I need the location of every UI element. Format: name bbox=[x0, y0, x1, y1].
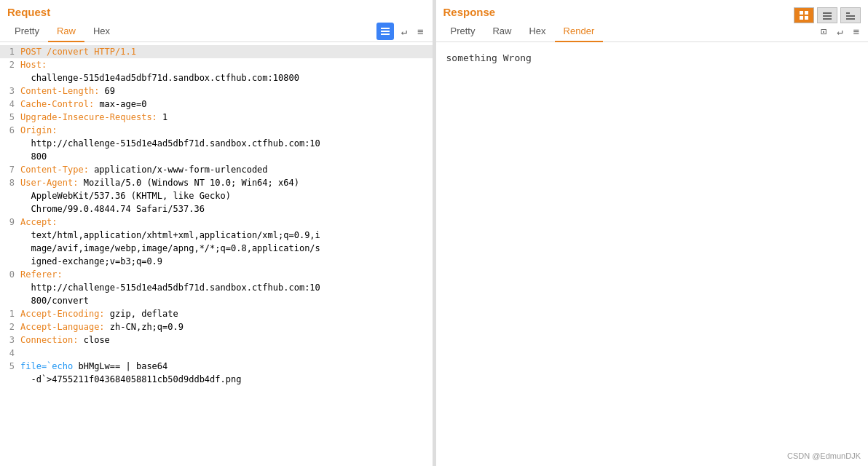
request-line-11: 1 Accept-Encoding: gzip, deflate bbox=[0, 307, 433, 320]
request-line-6: 6 Origin: http://challenge-515d1e4ad5dbf… bbox=[0, 124, 433, 163]
request-line-12: 2 Accept-Language: zh-CN,zh;q=0.9 bbox=[0, 320, 433, 333]
tab-pretty-request[interactable]: Pretty bbox=[6, 21, 48, 42]
panels: Request Pretty Raw Hex ↵ ≡ 1 bbox=[0, 0, 868, 466]
tab-raw-response[interactable]: Raw bbox=[484, 21, 520, 42]
request-line-13: 3 Connection: close bbox=[0, 333, 433, 347]
request-line-7: 7 Content-Type: application/x-www-form-u… bbox=[0, 163, 433, 176]
tab-pretty-response[interactable]: Pretty bbox=[442, 21, 484, 42]
response-newline-icon[interactable]: ↵ bbox=[834, 24, 845, 39]
svg-rect-7 bbox=[846, 12, 850, 14]
request-line-2: 2 Host: challenge-515d1e4ad5dbf71d.sandb… bbox=[0, 58, 433, 84]
response-text: something Wrong bbox=[446, 52, 532, 63]
svg-rect-4 bbox=[823, 12, 832, 14]
request-line-5: 5 Upgrade-Insecure-Requests: 1 bbox=[0, 111, 433, 124]
tab-hex-response[interactable]: Hex bbox=[520, 21, 554, 42]
request-content: 1 POST /convert HTTP/1.1 2 Host: challen… bbox=[0, 42, 433, 466]
request-line-8: 8 User-Agent: Mozilla/5.0 (Windows NT 10… bbox=[0, 176, 433, 216]
request-panel: Request Pretty Raw Hex ↵ ≡ 1 bbox=[0, 0, 433, 466]
watermark: CSDN @EdmunDJK bbox=[787, 451, 861, 460]
tab-hex-request[interactable]: Hex bbox=[84, 21, 119, 42]
svg-rect-1 bbox=[805, 11, 808, 15]
svg-rect-12 bbox=[381, 33, 390, 35]
svg-rect-9 bbox=[846, 18, 855, 20]
response-panel: Response Pretty Raw Hex Render ⊡ ↵ ≡ som… bbox=[436, 0, 869, 466]
svg-rect-6 bbox=[823, 18, 832, 20]
svg-rect-11 bbox=[381, 31, 390, 32]
request-menu-icon[interactable]: ≡ bbox=[414, 24, 426, 39]
request-line-9: 9 Accept: text/html,application/xhtml+xm… bbox=[0, 216, 433, 268]
request-title: Request bbox=[0, 0, 433, 21]
svg-rect-10 bbox=[381, 28, 390, 29]
response-body: something Wrong bbox=[436, 45, 869, 71]
request-line-4: 4 Cache-Control: max-age=0 bbox=[0, 98, 433, 111]
request-line-14: 4 bbox=[0, 347, 433, 360]
response-menu-icon[interactable]: ≡ bbox=[851, 24, 862, 39]
tab-render-response[interactable]: Render bbox=[555, 21, 604, 42]
request-send-button[interactable] bbox=[376, 23, 394, 40]
svg-rect-3 bbox=[805, 16, 808, 20]
request-line-1: 1 POST /convert HTTP/1.1 bbox=[0, 45, 433, 58]
request-tab-actions: ↵ ≡ bbox=[376, 23, 427, 40]
response-tab-actions: ⊡ ↵ ≡ bbox=[818, 24, 862, 39]
svg-rect-5 bbox=[823, 15, 832, 17]
request-newline-icon[interactable]: ↵ bbox=[398, 24, 410, 39]
svg-rect-8 bbox=[846, 15, 855, 17]
request-line-15: 5 file=`echo bHMgLw== | base64 -d`>47552… bbox=[0, 360, 433, 386]
response-content: something Wrong bbox=[436, 42, 869, 466]
request-tab-bar: Pretty Raw Hex ↵ ≡ bbox=[0, 21, 433, 42]
svg-rect-0 bbox=[800, 11, 803, 15]
response-copy-icon[interactable]: ⊡ bbox=[818, 24, 829, 39]
tab-raw-request[interactable]: Raw bbox=[48, 21, 84, 42]
svg-rect-2 bbox=[800, 16, 803, 20]
request-line-3: 3 Content-Length: 69 bbox=[0, 84, 433, 98]
request-line-10: 0 Referer: http://challenge-515d1e4ad5db… bbox=[0, 268, 433, 307]
response-tab-bar: Pretty Raw Hex Render ⊡ ↵ ≡ bbox=[436, 21, 869, 42]
